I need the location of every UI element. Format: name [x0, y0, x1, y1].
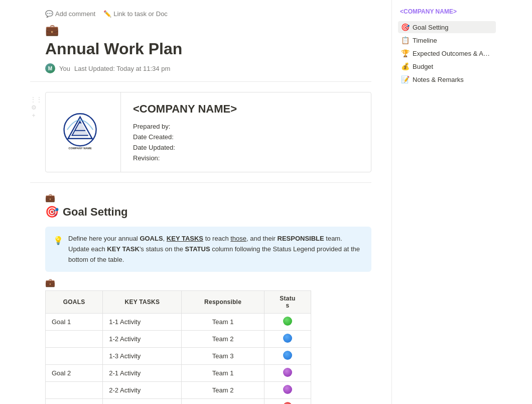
svg-text:COMPANY NAME: COMPANY NAME — [68, 147, 91, 150]
status-dot-purple — [283, 385, 292, 394]
prepared-by-line: Prepared by: — [133, 123, 237, 130]
status-dot-red — [283, 402, 292, 404]
drag-handle[interactable]: ⋮⋮ — [30, 96, 37, 103]
settings-handle[interactable]: ⚙ — [30, 104, 37, 111]
add-comment-button[interactable]: 💬 Add comment — [45, 10, 95, 18]
block-handles: ⋮⋮ ⚙ + — [30, 96, 37, 119]
cell-goal: Goal 1 — [46, 314, 103, 331]
table-row: 2-2 ActivityTeam 2 — [46, 382, 311, 399]
goal-table-wrapper: GOALS KEY TASKS Responsible Status Goal … — [45, 290, 371, 404]
goal-setting-emoji: 🎯 — [45, 206, 59, 219]
cell-goal — [46, 348, 103, 365]
sidebar-item-icon: 💰 — [401, 62, 410, 70]
col-responsible: Responsible — [182, 291, 264, 314]
company-name-heading: <COMPANY NAME> — [133, 103, 237, 116]
cell-status — [264, 331, 311, 348]
page-icon: 💼 — [45, 24, 371, 37]
link-task-label: Link to task or Doc — [113, 10, 168, 18]
sidebar-item-2[interactable]: 🏆Expected Outcomes & Annual ... — [398, 47, 496, 59]
cell-task: 2-1 Activity — [103, 365, 182, 382]
goal-setting-callout: 💡 Define here your annual GOALS, KEY TAS… — [45, 227, 371, 272]
company-logo: COMPANY NAME — [58, 112, 108, 152]
cell-task: 1-2 Activity — [103, 331, 182, 348]
sidebar-item-1[interactable]: 📋Timeline — [398, 34, 496, 46]
sidebar-item-icon: 🏆 — [401, 49, 410, 57]
author-name: You — [59, 65, 70, 72]
sidebar-item-4[interactable]: 📝Notes & Remarks — [398, 73, 496, 85]
goal-table: GOALS KEY TASKS Responsible Status Goal … — [45, 290, 311, 404]
cell-task: 1-1 Activity — [103, 314, 182, 331]
cell-team: Team 3 — [182, 348, 264, 365]
sidebar-item-label: Goal Setting — [413, 24, 449, 31]
sidebar-item-label: Expected Outcomes & Annual ... — [413, 50, 493, 57]
date-created-line: Date Created: — [133, 133, 237, 141]
goal-setting-label: Goal Setting — [63, 206, 128, 219]
revision-line: Revision: — [133, 154, 237, 162]
col-status: Status — [264, 291, 311, 314]
cell-status — [264, 314, 311, 331]
cell-goal — [46, 399, 103, 404]
callout-text: Define here your annual GOALS, KEY TASKS… — [68, 234, 363, 265]
table-row: 1-3 ActivityTeam 3 — [46, 348, 311, 365]
table-icon: 💼 — [45, 278, 371, 287]
cell-status — [264, 348, 311, 365]
cell-task: 1-3 Activity — [103, 348, 182, 365]
col-goals: GOALS — [46, 291, 103, 314]
goal-section-bag-icon: 💼 — [45, 193, 371, 203]
table-row: Goal 11-1 ActivityTeam 1 — [46, 314, 311, 331]
cell-status — [264, 382, 311, 399]
col-key-tasks: KEY TASKS — [103, 291, 182, 314]
status-dot-blue — [283, 351, 292, 360]
cell-team: Team 2 — [182, 382, 264, 399]
toolbar: 💬 Add comment ✏️ Link to task or Doc — [30, 10, 371, 18]
sidebar: <COMPANY NAME> 🎯Goal Setting📋Timeline🏆Ex… — [391, 0, 502, 404]
divider-top — [30, 81, 371, 82]
cell-goal: Goal 2 — [46, 365, 103, 382]
cell-goal — [46, 331, 103, 348]
sidebar-item-3[interactable]: 💰Budget — [398, 60, 496, 72]
company-info-block: COMPANY NAME <COMPANY NAME> Prepared by:… — [45, 92, 371, 172]
sidebar-company-label: <COMPANY NAME> — [398, 8, 496, 15]
sidebar-item-0[interactable]: 🎯Goal Setting — [398, 21, 496, 33]
sidebar-item-icon: 🎯 — [401, 23, 410, 31]
sidebar-item-label: Budget — [413, 63, 433, 70]
table-row: 2-3 ActivityTeam 3 — [46, 399, 311, 404]
add-comment-label: Add comment — [55, 10, 95, 18]
cell-task: 2-3 Activity — [103, 399, 182, 404]
cell-team: Team 2 — [182, 331, 264, 348]
cell-task: 2-2 Activity — [103, 382, 182, 399]
last-updated: Last Updated: Today at 11:34 pm — [74, 65, 170, 72]
cell-status — [264, 365, 311, 382]
sidebar-item-icon: 📝 — [401, 75, 410, 83]
table-row: 1-2 ActivityTeam 2 — [46, 331, 311, 348]
sidebar-item-label: Notes & Remarks — [413, 76, 464, 83]
company-info-side: <COMPANY NAME> Prepared by: Date Created… — [121, 92, 249, 172]
divider-mid — [30, 182, 371, 183]
link-icon: ✏️ — [103, 10, 111, 18]
page-title: Annual Work Plan — [30, 40, 371, 58]
company-logo-side: COMPANY NAME — [46, 92, 121, 172]
cell-status — [264, 399, 311, 404]
link-task-button[interactable]: ✏️ Link to task or Doc — [103, 10, 168, 18]
author-row: M You Last Updated: Today at 11:34 pm — [30, 63, 371, 73]
status-dot-purple — [283, 368, 292, 377]
avatar: M — [45, 63, 55, 73]
goal-setting-title: 🎯 Goal Setting — [45, 206, 371, 219]
status-dot-green — [283, 317, 292, 326]
cell-goal — [46, 382, 103, 399]
cell-team: Team 3 — [182, 399, 264, 404]
sidebar-item-label: Timeline — [413, 37, 437, 44]
cell-team: Team 1 — [182, 314, 264, 331]
status-dot-blue — [283, 334, 292, 343]
add-handle[interactable]: + — [30, 112, 37, 119]
comment-icon: 💬 — [45, 10, 53, 18]
table-row: Goal 22-1 ActivityTeam 1 — [46, 365, 311, 382]
cell-team: Team 1 — [182, 365, 264, 382]
company-block-wrapper: ⋮⋮ ⚙ + — [30, 92, 371, 172]
date-updated-line: Date Updated: — [133, 144, 237, 151]
sidebar-item-icon: 📋 — [401, 36, 410, 44]
callout-icon: 💡 — [53, 234, 63, 265]
